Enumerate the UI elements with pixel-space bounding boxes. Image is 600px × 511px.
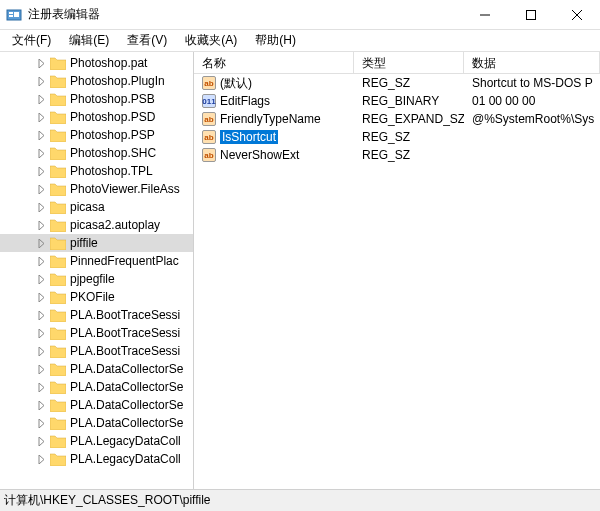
tree-item[interactable]: Photoshop.PSB bbox=[0, 90, 193, 108]
folder-icon bbox=[50, 345, 66, 358]
value-type-cell: REG_SZ bbox=[354, 148, 464, 162]
expand-icon[interactable] bbox=[36, 166, 47, 177]
expand-icon[interactable] bbox=[36, 94, 47, 105]
tree-item[interactable]: PLA.LegacyDataColl bbox=[0, 450, 193, 468]
folder-icon bbox=[50, 291, 66, 304]
tree-item-label: Photoshop.PSP bbox=[70, 128, 155, 142]
tree-item[interactable]: PLA.BootTraceSessi bbox=[0, 342, 193, 360]
value-row[interactable]: ab(默认)REG_SZShortcut to MS-DOS P bbox=[194, 74, 600, 92]
tree-item[interactable]: Photoshop.PSP bbox=[0, 126, 193, 144]
expand-icon[interactable] bbox=[36, 454, 47, 465]
expand-icon[interactable] bbox=[36, 274, 47, 285]
expand-icon[interactable] bbox=[36, 436, 47, 447]
minimize-button[interactable] bbox=[462, 0, 508, 29]
column-header-data[interactable]: 数据 bbox=[464, 52, 600, 73]
expand-icon[interactable] bbox=[36, 382, 47, 393]
expand-icon[interactable] bbox=[36, 328, 47, 339]
tree-item[interactable]: PKOFile bbox=[0, 288, 193, 306]
menu-file[interactable]: 文件(F) bbox=[4, 30, 59, 51]
tree-item[interactable]: Photoshop.TPL bbox=[0, 162, 193, 180]
expand-icon[interactable] bbox=[36, 256, 47, 267]
menu-edit[interactable]: 编辑(E) bbox=[61, 30, 117, 51]
expand-icon[interactable] bbox=[36, 220, 47, 231]
folder-icon bbox=[50, 201, 66, 214]
value-name-cell: ab(默认) bbox=[194, 75, 354, 92]
folder-icon bbox=[50, 129, 66, 142]
value-name-cell: abIsShortcut bbox=[194, 130, 354, 144]
expand-icon[interactable] bbox=[36, 76, 47, 87]
tree-item-label: Photoshop.PSD bbox=[70, 110, 155, 124]
value-row[interactable]: abIsShortcutREG_SZ bbox=[194, 128, 600, 146]
column-header-name[interactable]: 名称 bbox=[194, 52, 354, 73]
expand-icon[interactable] bbox=[36, 112, 47, 123]
value-name-cell: abNeverShowExt bbox=[194, 148, 354, 162]
tree-item[interactable]: PLA.BootTraceSessi bbox=[0, 324, 193, 342]
value-name-cell: abFriendlyTypeName bbox=[194, 112, 354, 126]
tree-item-label: PLA.BootTraceSessi bbox=[70, 344, 180, 358]
value-name-cell: 011EditFlags bbox=[194, 94, 354, 108]
tree-item-label: Photoshop.PSB bbox=[70, 92, 155, 106]
tree-item[interactable]: PLA.DataCollectorSe bbox=[0, 378, 193, 396]
list-header: 名称 类型 数据 bbox=[194, 52, 600, 74]
expand-icon[interactable] bbox=[36, 184, 47, 195]
folder-icon bbox=[50, 57, 66, 70]
value-type-cell: REG_EXPAND_SZ bbox=[354, 112, 464, 126]
tree-item[interactable]: PLA.DataCollectorSe bbox=[0, 360, 193, 378]
registry-tree[interactable]: Photoshop.patPhotoshop.PlugInPhotoshop.P… bbox=[0, 52, 194, 489]
expand-icon[interactable] bbox=[36, 346, 47, 357]
content-area: Photoshop.patPhotoshop.PlugInPhotoshop.P… bbox=[0, 52, 600, 489]
folder-icon bbox=[50, 147, 66, 160]
tree-item[interactable]: Photoshop.PSD bbox=[0, 108, 193, 126]
tree-item-label: pjpegfile bbox=[70, 272, 115, 286]
svg-rect-5 bbox=[527, 10, 536, 19]
maximize-button[interactable] bbox=[508, 0, 554, 29]
close-button[interactable] bbox=[554, 0, 600, 29]
tree-item[interactable]: PLA.LegacyDataColl bbox=[0, 432, 193, 450]
folder-icon bbox=[50, 75, 66, 88]
tree-item[interactable]: PLA.DataCollectorSe bbox=[0, 414, 193, 432]
menu-view[interactable]: 查看(V) bbox=[119, 30, 175, 51]
tree-item[interactable]: PinnedFrequentPlac bbox=[0, 252, 193, 270]
expand-icon[interactable] bbox=[36, 418, 47, 429]
folder-icon bbox=[50, 399, 66, 412]
expand-icon[interactable] bbox=[36, 292, 47, 303]
value-name: NeverShowExt bbox=[220, 148, 299, 162]
menu-favorites[interactable]: 收藏夹(A) bbox=[177, 30, 245, 51]
tree-item[interactable]: piffile bbox=[0, 234, 193, 252]
value-list[interactable]: ab(默认)REG_SZShortcut to MS-DOS P011EditF… bbox=[194, 74, 600, 489]
expand-icon[interactable] bbox=[36, 58, 47, 69]
tree-item[interactable]: PhotoViewer.FileAss bbox=[0, 180, 193, 198]
tree-item-label: PKOFile bbox=[70, 290, 115, 304]
tree-item-label: PLA.BootTraceSessi bbox=[70, 326, 180, 340]
tree-item[interactable]: pjpegfile bbox=[0, 270, 193, 288]
folder-icon bbox=[50, 363, 66, 376]
status-path: 计算机\HKEY_CLASSES_ROOT\piffile bbox=[4, 492, 211, 509]
tree-item[interactable]: picasa bbox=[0, 198, 193, 216]
value-row[interactable]: abFriendlyTypeNameREG_EXPAND_SZ@%SystemR… bbox=[194, 110, 600, 128]
value-type-cell: REG_SZ bbox=[354, 130, 464, 144]
value-row[interactable]: abNeverShowExtREG_SZ bbox=[194, 146, 600, 164]
expand-icon[interactable] bbox=[36, 364, 47, 375]
tree-item[interactable]: Photoshop.PlugIn bbox=[0, 72, 193, 90]
menu-help[interactable]: 帮助(H) bbox=[247, 30, 304, 51]
folder-icon bbox=[50, 309, 66, 322]
tree-item[interactable]: Photoshop.SHC bbox=[0, 144, 193, 162]
tree-item[interactable]: picasa2.autoplay bbox=[0, 216, 193, 234]
expand-icon[interactable] bbox=[36, 202, 47, 213]
expand-icon[interactable] bbox=[36, 148, 47, 159]
value-type-icon: ab bbox=[202, 130, 216, 144]
folder-icon bbox=[50, 381, 66, 394]
status-bar: 计算机\HKEY_CLASSES_ROOT\piffile bbox=[0, 489, 600, 511]
folder-icon bbox=[50, 435, 66, 448]
expand-icon[interactable] bbox=[36, 130, 47, 141]
tree-item[interactable]: PLA.DataCollectorSe bbox=[0, 396, 193, 414]
folder-icon bbox=[50, 93, 66, 106]
tree-item[interactable]: Photoshop.pat bbox=[0, 54, 193, 72]
column-header-type[interactable]: 类型 bbox=[354, 52, 464, 73]
tree-item-label: piffile bbox=[70, 236, 98, 250]
tree-item[interactable]: PLA.BootTraceSessi bbox=[0, 306, 193, 324]
expand-icon[interactable] bbox=[36, 310, 47, 321]
value-row[interactable]: 011EditFlagsREG_BINARY01 00 00 00 bbox=[194, 92, 600, 110]
expand-icon[interactable] bbox=[36, 400, 47, 411]
expand-icon[interactable] bbox=[36, 238, 47, 249]
